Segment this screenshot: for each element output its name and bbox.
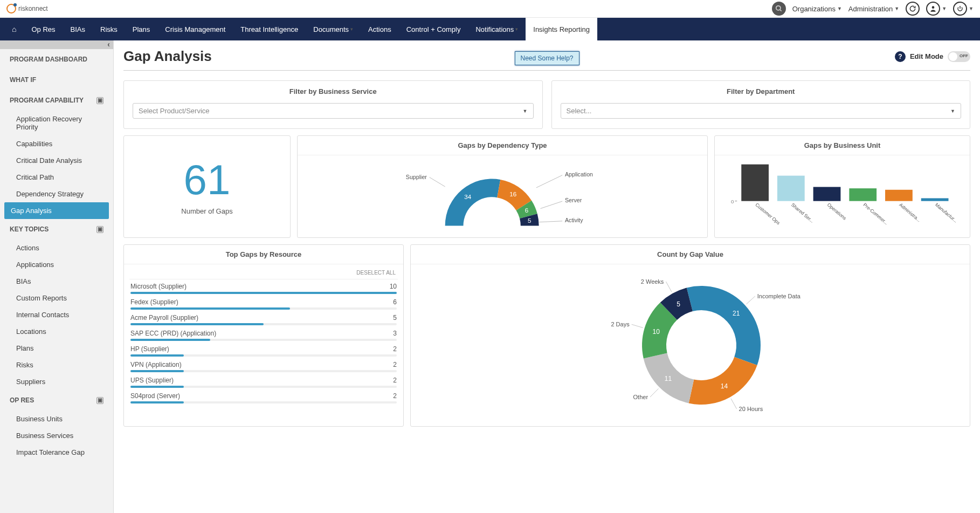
gap-row[interactable]: HP (Supplier)2 (129, 342, 398, 358)
sidebar-item-business-units[interactable]: Business Units (0, 411, 113, 427)
user-menu[interactable]: ▼ (926, 2, 947, 16)
sidebar-item-internal-contacts[interactable]: Internal Contacts (0, 306, 113, 323)
sidebar-item-applications[interactable]: Applications (0, 256, 113, 273)
widget-header: Count by Gap Value (411, 245, 970, 264)
donut-segment--hours[interactable] (688, 357, 757, 405)
search-icon[interactable] (772, 2, 786, 16)
administration-menu[interactable]: Administration ▼ (848, 5, 899, 13)
edit-mode-toggle[interactable]: OFF (948, 51, 970, 62)
sidebar-item-bias[interactable]: BIAs (0, 273, 113, 290)
widget-row-1: 61 Number of Gaps Gaps by Dependency Typ… (123, 135, 970, 238)
bar-customer-ops[interactable] (741, 165, 769, 201)
sidebar-item-risks[interactable]: Risks (0, 357, 113, 373)
svg-line-13 (666, 282, 672, 292)
gap-bar-track (130, 354, 397, 357)
filter-department-select[interactable]: Select... ▼ (561, 103, 962, 119)
nav-item-control-comply[interactable]: Control + Comply (399, 18, 468, 40)
sidebar-section-program-dashboard[interactable]: PROGRAM DASHBOARD (0, 49, 113, 70)
sidebar-item-custom-reports[interactable]: Custom Reports (0, 290, 113, 306)
sidebar-collapse-toggle[interactable]: ‹ (0, 40, 113, 49)
sidebar-section-what-if[interactable]: WHAT IF (0, 70, 113, 90)
bar-label: Operations (826, 202, 848, 221)
axis-tick: 0 (731, 199, 734, 204)
nav-home[interactable]: ⌂ (4, 18, 24, 40)
donut-label: 20 Hours (739, 406, 763, 412)
expand-icon: ▣ (96, 226, 103, 233)
gap-bar-fill (130, 370, 184, 372)
sidebar-item-suppliers[interactable]: Suppliers (0, 373, 113, 390)
big-number-value: 61 (184, 159, 231, 201)
nav-item-notifications[interactable]: Notifications▾ (468, 18, 526, 40)
gap-row-label: HP (Supplier) (130, 345, 169, 353)
svg-point-2 (932, 6, 935, 9)
sidebar-section-op-res[interactable]: OP RES▣ (0, 390, 113, 411)
sidebar-item-actions[interactable]: Actions (0, 240, 113, 256)
nav-item-documents[interactable]: Documents▾ (306, 18, 361, 40)
gap-row[interactable]: Fedex (Supplier)6 (129, 295, 398, 311)
gap-row[interactable]: SAP ECC (PRD) (Application)3 (129, 326, 398, 342)
sidebar-item-critical-date-analysis[interactable]: Critical Date Analysis (0, 152, 113, 169)
gauge-label: Application (565, 171, 593, 177)
bar-manufactur-[interactable] (921, 198, 949, 201)
refresh-icon[interactable] (906, 2, 920, 16)
organizations-menu[interactable]: Organizations ▼ (792, 5, 842, 13)
gap-row-value: 2 (393, 361, 397, 368)
top-bar: riskonnect Organizations ▼ Administratio… (0, 0, 980, 18)
gap-bar-track (130, 370, 397, 372)
donut-label: 2 Weeks (640, 278, 664, 285)
help-button[interactable]: Need Some Help? (514, 51, 579, 65)
filter-service-select[interactable]: Select Product/Service ▼ (133, 103, 534, 119)
main-nav: ⌂ Op ResBIAsRisksPlansCrisis ManagementT… (0, 18, 980, 40)
gap-row[interactable]: Acme Payroll (Supplier)5 (129, 311, 398, 326)
gap-row-label: Fedex (Supplier) (130, 298, 178, 306)
svg-line-5 (536, 175, 562, 188)
chevron-down-icon: ▾ (350, 26, 353, 32)
power-icon (953, 2, 967, 16)
gauge-label: Server (565, 197, 582, 203)
gap-bar-fill (130, 292, 397, 294)
donut-segment-incomplete-data[interactable] (686, 286, 760, 365)
widget-header: Top Gaps by Resource (124, 245, 403, 264)
power-menu[interactable]: ▼ (953, 2, 974, 16)
gap-bar-track (130, 339, 397, 341)
big-number-label: Number of Gaps (181, 207, 232, 215)
sidebar-item-business-services[interactable]: Business Services (0, 427, 113, 444)
sidebar-item-plans[interactable]: Plans (0, 340, 113, 357)
nav-item-plans[interactable]: Plans (125, 18, 158, 40)
bar-pre-commer-[interactable] (849, 188, 877, 201)
sidebar-item-application-recovery-priority[interactable]: Application Recovery Priority (0, 111, 113, 135)
gauge-value: 5 (528, 217, 531, 224)
deselect-all-link[interactable]: DESELECT ALL (129, 266, 398, 279)
gap-row[interactable]: VPN (Application)2 (129, 358, 398, 373)
top-right-controls: Organizations ▼ Administration ▼ ▼ ▼ (772, 2, 974, 16)
gap-row[interactable]: UPS (Supplier)2 (129, 373, 398, 389)
bar-administra-[interactable] (885, 190, 913, 201)
sidebar-item-capabilities[interactable]: Capabilities (0, 135, 113, 152)
bar-operations[interactable] (813, 187, 841, 201)
gauge-value: 6 (525, 207, 528, 214)
sidebar-item-impact-tolerance-gap[interactable]: Impact Tolerance Gap (0, 444, 113, 461)
nav-item-insights-reporting[interactable]: Insights Reporting (526, 18, 597, 40)
gap-row-value: 3 (393, 330, 397, 337)
bar-shared-ser-[interactable] (777, 176, 805, 201)
nav-item-actions[interactable]: Actions (361, 18, 399, 40)
nav-item-risks[interactable]: Risks (93, 18, 125, 40)
nav-item-bias[interactable]: BIAs (63, 18, 93, 40)
chevron-down-icon: ▼ (894, 6, 899, 11)
gap-row-label: SAP ECC (PRD) (Application) (130, 330, 216, 337)
gap-bar-fill (130, 354, 184, 357)
sidebar-section-program-capability[interactable]: PROGRAM CAPABILITY▣ (0, 90, 113, 111)
sidebar-section-key-topics[interactable]: KEY TOPICS▣ (0, 219, 113, 240)
logo-icon (6, 4, 16, 13)
help-icon[interactable]: ? (895, 51, 906, 62)
gauge-segment-supplier[interactable] (445, 179, 501, 226)
nav-item-op-res[interactable]: Op Res (24, 18, 63, 40)
nav-item-crisis-management[interactable]: Crisis Management (157, 18, 233, 40)
sidebar-item-locations[interactable]: Locations (0, 323, 113, 340)
gap-row[interactable]: S04prod (Server)2 (129, 389, 398, 405)
sidebar-item-dependency-strategy[interactable]: Dependency Strategy (0, 186, 113, 202)
nav-item-threat-intelligence[interactable]: Threat Intelligence (233, 18, 306, 40)
gap-row[interactable]: Microsoft (Supplier)10 (129, 279, 398, 295)
sidebar-item-critical-path[interactable]: Critical Path (0, 169, 113, 186)
sidebar-item-gap-analysis[interactable]: Gap Analysis (4, 202, 109, 219)
